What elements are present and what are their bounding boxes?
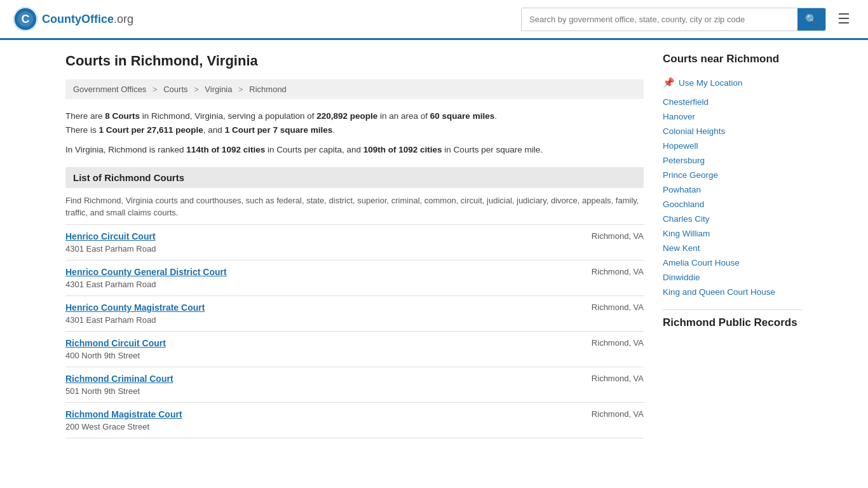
info-paragraph-2: In Virginia, Richmond is ranked 114th of…: [65, 143, 644, 157]
court-address: 4301 East Parham Road: [65, 280, 156, 289]
court-location: Richmond, VA: [555, 338, 644, 348]
sidebar-item[interactable]: Hopewell: [663, 139, 803, 153]
court-info: Henrico Circuit Court 4301 East Parham R…: [65, 231, 555, 254]
table-row: Richmond Circuit Court 400 North 9th Str…: [65, 331, 644, 367]
court-address: 4301 East Parham Road: [65, 244, 156, 254]
info-mid-1: in Richmond, Virginia, serving a populat…: [140, 111, 316, 121]
table-row: Richmond Criminal Court 501 North 9th St…: [65, 367, 644, 402]
court-name-link[interactable]: Henrico Circuit Court: [65, 231, 555, 241]
breadcrumb-sep-1: >: [153, 85, 158, 94]
list-section-header: List of Richmond Courts: [65, 167, 644, 188]
content-area: Courts in Richmond, Virginia Government …: [65, 53, 644, 438]
info-mid-3: , and: [203, 125, 225, 135]
court-address: 400 North 9th Street: [65, 351, 140, 360]
table-row: Henrico County General District Court 43…: [65, 260, 644, 295]
sidebar-item[interactable]: Hanover: [663, 109, 803, 124]
table-row: Henrico County Magistrate Court 4301 Eas…: [65, 295, 644, 331]
breadcrumb-sep-3: >: [238, 85, 243, 94]
search-bar: 🔍: [521, 8, 826, 31]
hamburger-icon: ☰: [837, 11, 850, 27]
info-mid-2: in an area of: [377, 111, 430, 121]
info-ranked-bold2: 109th of 1092 cities: [363, 145, 442, 154]
info-ranked-mid2: in Courts per square mile.: [442, 145, 543, 154]
breadcrumb-sep-2: >: [194, 85, 199, 94]
info-bold-courts: 8 Courts: [105, 111, 140, 121]
court-info: Henrico County Magistrate Court 4301 Eas…: [65, 302, 555, 325]
info-bold-people: 220,892 people: [316, 111, 377, 121]
info-bold-per-mile: 1 Court per 7 square miles: [225, 125, 333, 135]
nearby-links: ChesterfieldHanoverColonial HeightsHopew…: [663, 95, 803, 299]
court-address: 200 West Grace Street: [65, 422, 149, 431]
info-pre-1: There are: [65, 111, 105, 121]
court-location: Richmond, VA: [555, 267, 644, 276]
sidebar-item[interactable]: Powhatan: [663, 182, 803, 197]
sidebar-item[interactable]: Petersburg: [663, 153, 803, 168]
logo-text: CountyOffice.org: [42, 13, 133, 26]
table-row: Henrico Circuit Court 4301 East Parham R…: [65, 224, 644, 260]
breadcrumb: Government Offices > Courts > Virginia >…: [65, 79, 644, 99]
sidebar: Courts near Richmond 📌 Use My Location C…: [663, 53, 803, 438]
court-info: Richmond Circuit Court 400 North 9th Str…: [65, 338, 555, 360]
court-name-link[interactable]: Richmond Magistrate Court: [65, 409, 555, 419]
sidebar-item[interactable]: Chesterfield: [663, 95, 803, 109]
search-input[interactable]: [522, 10, 797, 29]
info-post-1: .: [494, 111, 497, 121]
use-location-label: Use My Location: [679, 78, 743, 88]
main-container: Courts in Richmond, Virginia Government …: [53, 40, 815, 451]
info-ranked-mid1: in Courts per capita, and: [265, 145, 363, 154]
info-pre-2: There is: [65, 125, 99, 135]
search-button[interactable]: 🔍: [797, 8, 825, 30]
court-location: Richmond, VA: [555, 302, 644, 312]
court-location: Richmond, VA: [555, 374, 644, 383]
list-description: Find Richmond, Virginia courts and court…: [65, 188, 644, 224]
header-right: 🔍 ☰: [521, 8, 855, 31]
info-ranked-bold1: 114th of 1092 cities: [186, 145, 265, 154]
sidebar-item[interactable]: King William: [663, 226, 803, 241]
breadcrumb-virginia[interactable]: Virginia: [205, 85, 232, 94]
use-my-location-link[interactable]: 📌 Use My Location: [663, 77, 803, 88]
court-name-link[interactable]: Richmond Circuit Court: [65, 338, 555, 348]
court-location: Richmond, VA: [555, 231, 644, 241]
court-info: Richmond Magistrate Court 200 West Grace…: [65, 409, 555, 431]
table-row: Richmond Magistrate Court 200 West Grace…: [65, 402, 644, 438]
sidebar-item[interactable]: King and Queen Court House: [663, 285, 803, 299]
sidebar-item[interactable]: Dinwiddie: [663, 270, 803, 285]
breadcrumb-richmond[interactable]: Richmond: [249, 85, 287, 94]
info-post-2: .: [332, 125, 335, 135]
court-info: Richmond Criminal Court 501 North 9th St…: [65, 374, 555, 396]
sidebar-item[interactable]: Prince George: [663, 168, 803, 182]
sidebar-item[interactable]: New Kent: [663, 241, 803, 255]
courts-list: Henrico Circuit Court 4301 East Parham R…: [65, 224, 644, 438]
svg-text:C: C: [22, 13, 30, 25]
court-name-link[interactable]: Henrico County General District Court: [65, 267, 555, 277]
page-title: Courts in Richmond, Virginia: [65, 53, 644, 69]
breadcrumb-government-offices[interactable]: Government Offices: [73, 85, 146, 94]
info-bold-per-person: 1 Court per 27,611 people: [99, 125, 203, 135]
info-paragraph-1: There are 8 Courts in Richmond, Virginia…: [65, 109, 644, 137]
court-name-link[interactable]: Richmond Criminal Court: [65, 374, 555, 384]
sidebar-item[interactable]: Colonial Heights: [663, 124, 803, 139]
sidebar-item[interactable]: Charles City: [663, 212, 803, 226]
sidebar-item[interactable]: Goochland: [663, 197, 803, 212]
search-icon: 🔍: [805, 14, 818, 25]
court-address: 4301 East Parham Road: [65, 315, 156, 325]
info-bold-miles: 60 square miles: [430, 111, 494, 121]
courts-near-title: Courts near Richmond: [663, 53, 803, 68]
public-records-title: Richmond Public Records: [663, 309, 803, 329]
breadcrumb-courts[interactable]: Courts: [163, 85, 187, 94]
info-ranked-pre: In Virginia, Richmond is ranked: [65, 145, 186, 154]
court-location: Richmond, VA: [555, 409, 644, 419]
sidebar-item[interactable]: Amelia Court House: [663, 255, 803, 270]
location-pin-icon: 📌: [663, 77, 675, 88]
site-header: C CountyOffice.org 🔍 ☰: [0, 0, 868, 40]
court-address: 501 North 9th Street: [65, 386, 140, 396]
logo-icon: C: [13, 6, 38, 32]
menu-button[interactable]: ☰: [832, 8, 855, 30]
court-info: Henrico County General District Court 43…: [65, 267, 555, 289]
court-name-link[interactable]: Henrico County Magistrate Court: [65, 302, 555, 313]
logo: C CountyOffice.org: [13, 6, 133, 32]
